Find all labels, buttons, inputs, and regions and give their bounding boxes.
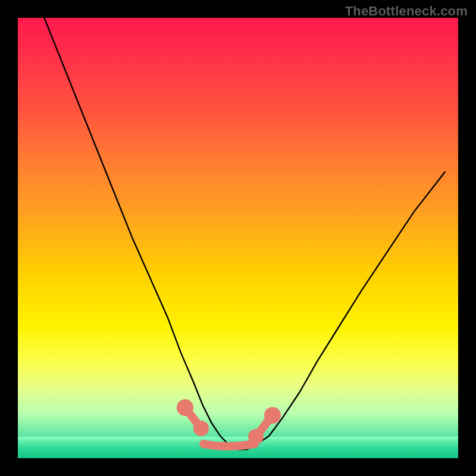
watermark-text: TheBottleneck.com (345, 4, 468, 19)
valley-marker-left (185, 408, 201, 428)
bottleneck-curve (44, 18, 444, 449)
curve-layer (18, 18, 458, 458)
green-band (18, 437, 458, 458)
valley-marker-left-dot (181, 403, 189, 412)
valley-marker-right (256, 415, 273, 437)
chart-frame: TheBottleneck.com (0, 0, 476, 476)
valley-marker-right-dot2 (268, 411, 277, 419)
valley-marker-left-dot2 (198, 425, 205, 432)
plot-area (18, 18, 458, 458)
